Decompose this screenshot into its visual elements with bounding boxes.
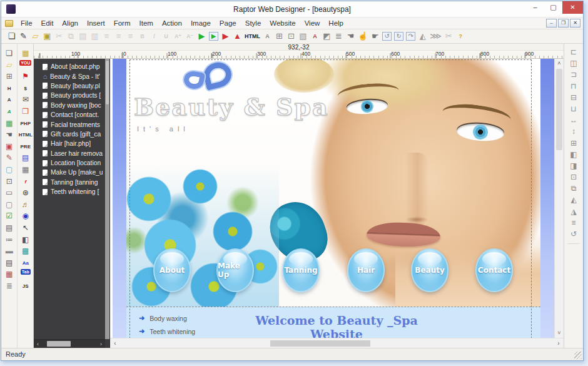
html-source-icon[interactable]: HTML <box>245 31 260 41</box>
movie-camera-icon[interactable]: ⊛ <box>18 188 33 200</box>
tree-horizontal-scrollbar[interactable]: ‹ › <box>34 339 105 348</box>
menu-file[interactable]: File <box>16 18 37 28</box>
flip-horizontal-icon[interactable]: ◭ <box>564 195 583 206</box>
scrollbar-thumb[interactable] <box>106 61 109 104</box>
tree-item-teeth-whitening[interactable]: Teeth whitening [ <box>34 187 109 196</box>
image-icon[interactable]: ▦ <box>1 118 17 130</box>
scroll-left-arrow-icon[interactable]: ‹ <box>34 341 42 347</box>
scroll-left-arrow-icon[interactable]: ‹ <box>111 338 119 348</box>
form-window-icon[interactable]: ▤ <box>18 153 33 165</box>
nav-button-hair[interactable]: Hair <box>347 248 385 292</box>
tree-item-gift-cards[interactable]: Gift cards [gift_ca <box>34 130 109 139</box>
menu-style[interactable]: Style <box>241 18 266 28</box>
map-marker-icon[interactable]: ⚑ <box>18 71 33 83</box>
open-folder-icon[interactable]: ▱ <box>31 31 40 41</box>
youtube-icon[interactable]: YOU <box>18 60 33 72</box>
save-icon[interactable]: ▣ <box>43 31 52 41</box>
align-top-edges-icon[interactable]: ⊓ <box>564 81 583 93</box>
menu-insert[interactable]: Insert <box>83 18 109 28</box>
align-bottom-edges-icon[interactable]: ⊔ <box>564 104 583 115</box>
menu-page[interactable]: Page <box>215 18 241 28</box>
maximize-button[interactable]: ▢ <box>544 1 562 14</box>
align-vertical-center-icon[interactable]: ⊟ <box>564 93 583 104</box>
site-title[interactable]: Beauty & Spa <box>134 93 329 121</box>
menu-align[interactable]: Align <box>58 18 83 28</box>
image-map-icon[interactable]: ⊞ <box>275 31 284 41</box>
styled-text-icon[interactable]: A <box>1 106 17 118</box>
menu-action[interactable]: Action <box>158 18 186 28</box>
flip-vertical-icon[interactable]: ◮ <box>564 206 583 218</box>
media-button-icon[interactable]: ◉ <box>18 211 33 223</box>
page-properties-icon[interactable]: ✎ <box>19 31 28 41</box>
tree-item-laser-hair-remova[interactable]: Laser hair remova <box>34 149 109 158</box>
data-table-icon[interactable]: ▦ <box>18 165 33 176</box>
close-button[interactable]: ✕ <box>562 1 583 14</box>
preview-in-browser-icon[interactable]: ▶ <box>209 32 218 41</box>
hand-point-right-icon[interactable]: ☛ <box>370 31 380 41</box>
sound-icon[interactable]: ♬ <box>18 200 33 211</box>
hand-point-left-icon[interactable]: ☚ <box>346 31 355 41</box>
php-code-icon[interactable]: PHP <box>18 118 33 130</box>
canvas-horizontal-scrollbar[interactable]: ‹ › <box>110 338 564 348</box>
rotate-left-icon[interactable]: ↺ <box>382 32 392 41</box>
nav-button-beauty[interactable]: Beauty <box>411 248 449 292</box>
menu-edit[interactable]: Edit <box>37 18 58 28</box>
nav-button-make-up[interactable]: Make Up <box>216 248 254 292</box>
same-height-icon[interactable]: ↕ <box>564 126 583 138</box>
tree-item-about[interactable]: About [about.php <box>34 62 109 71</box>
scrollbar-thumb[interactable] <box>556 69 562 150</box>
image-placeholder-icon[interactable]: ▣ <box>1 141 17 153</box>
flip-horizontal-icon[interactable]: ◭ <box>418 31 427 41</box>
site-tagline[interactable]: It's all <box>137 125 190 133</box>
fit-width-icon[interactable]: ◧ <box>564 150 583 161</box>
tab-widget-icon[interactable]: Tab <box>18 269 33 281</box>
scroll-up-arrow-icon[interactable]: ˄ <box>555 59 564 68</box>
mdi-restore-button[interactable]: ❐ <box>558 19 569 28</box>
welcome-bar[interactable]: ➜Body waxing➜Teeth whitening Welcome to … <box>126 307 540 338</box>
rotate-free-icon[interactable]: ↷ <box>406 32 415 41</box>
tree-item-beauty-products[interactable]: Beauty products [ <box>34 91 109 100</box>
menu-image[interactable]: Image <box>186 18 215 28</box>
tree-item-hair[interactable]: Hair [hair.php] <box>34 139 109 148</box>
menu-widget-icon[interactable]: ▩ <box>18 246 33 258</box>
distribute-evenly-icon[interactable]: ≡ <box>564 218 583 229</box>
heading-text-icon[interactable]: H <box>1 83 17 95</box>
tree-item-tanning[interactable]: Tanning [tanning <box>34 178 109 187</box>
canvas-vertical-scrollbar[interactable]: ˄ ˅ <box>554 59 564 338</box>
welcome-heading[interactable]: Welcome to Beauty _Spa Website <box>231 313 442 338</box>
tree-item-beauty[interactable]: Beauty [beauty.pl <box>34 81 109 91</box>
frame-icon[interactable]: ⊞ <box>1 71 17 83</box>
shape-pointer-icon[interactable]: ↖ <box>18 223 33 235</box>
container-box-icon[interactable]: ▱ <box>1 60 17 72</box>
menu-view[interactable]: View <box>300 18 325 28</box>
preview-icon[interactable]: ▶ <box>197 31 206 41</box>
page-content[interactable]: Beauty & Spa It's all AboutMake UpTannin… <box>126 59 540 338</box>
table-icon[interactable]: ▦ <box>18 48 33 60</box>
scrollbar-thumb[interactable] <box>47 341 71 347</box>
upload-icon[interactable]: ▲ <box>233 31 242 41</box>
scroll-right-arrow-icon[interactable]: › <box>97 341 105 347</box>
menu-website[interactable]: Website <box>265 18 300 28</box>
gradient-box-icon[interactable]: ◧ <box>18 235 33 247</box>
import-page-icon[interactable]: ❐ <box>18 106 33 118</box>
rotate-right-icon[interactable]: ↻ <box>394 32 403 41</box>
tree-item-beauty-spa-it-[interactable]: ⌂Beauty & Spa - It' <box>34 71 109 81</box>
distribute-icon[interactable]: ⋙ <box>430 31 442 41</box>
email-icon[interactable]: ✉ <box>18 94 33 106</box>
fill-color-icon[interactable]: ◩ <box>322 31 332 41</box>
fit-height-icon[interactable]: ◨ <box>564 161 583 172</box>
tree-item-contact[interactable]: Contact [contact. <box>34 110 109 119</box>
font-icon[interactable]: A <box>263 31 272 41</box>
text-field-icon[interactable]: ▬ <box>1 246 17 258</box>
crop-icon[interactable]: ✂ <box>444 31 454 41</box>
minimize-button[interactable]: – <box>526 1 544 14</box>
menu-item[interactable]: Item <box>135 18 158 28</box>
hand-point-up-icon[interactable]: ☝ <box>358 31 368 41</box>
flat-button-icon[interactable]: ▭ <box>1 188 17 200</box>
center-in-page-icon[interactable]: ⊡ <box>564 172 583 183</box>
pre-code-icon[interactable]: PRE <box>18 141 33 153</box>
tree-item-body-waxing[interactable]: Body waxing [boc <box>34 101 109 110</box>
align-left-edges-icon[interactable]: ⊏ <box>564 47 583 58</box>
flash-icon[interactable]: f <box>18 176 33 188</box>
html-code-icon[interactable]: HTML <box>18 130 33 141</box>
